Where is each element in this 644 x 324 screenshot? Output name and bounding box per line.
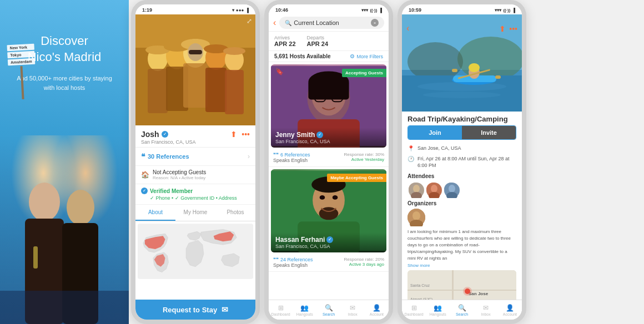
svg-rect-17: [225, 70, 244, 114]
join-btn[interactable]: Join: [408, 126, 462, 139]
verified-title: ✓ Verified Member: [141, 188, 250, 194]
nav-inbox-s3[interactable]: ✉ Inbox: [341, 304, 365, 316]
hassan-location: San Francisco, CA, USA: [275, 244, 382, 249]
join-invite-bar: Join Invite: [407, 125, 516, 140]
attendee-avatar-3: [443, 181, 459, 197]
status-time-3: 10:46: [275, 7, 288, 13]
search-input-container[interactable]: 🔍 Current Location ×: [279, 17, 384, 29]
svg-rect-56: [495, 75, 501, 79]
nav-hangouts-s3[interactable]: 👥 Hangouts: [293, 304, 316, 316]
nav-account-s4[interactable]: 👤 Account: [498, 304, 522, 316]
hero-image: ⤢: [135, 14, 255, 125]
house-icon: 🏠: [141, 171, 149, 179]
arrives-date: APR 22: [274, 40, 296, 47]
battery-icon: ▐: [245, 8, 249, 13]
nav-account-s3[interactable]: 👤 Account: [365, 304, 389, 316]
envelope-icon: ✉: [222, 305, 228, 314]
date-row: Arrives APR 22 Departs APR 24: [269, 32, 389, 51]
nav-dashboard-s4[interactable]: ⊞ Dashboard: [402, 304, 426, 316]
nav-label-account: Account: [370, 312, 384, 316]
jenny-lang: Speaks English: [273, 158, 310, 163]
nav-label-hangouts: Hangouts: [296, 312, 313, 316]
nav-dashboard-s3[interactable]: ⊞ Dashboard: [269, 304, 293, 316]
jenny-verified: ✓: [316, 131, 323, 138]
world-map: [138, 224, 253, 279]
not-accepting-row: 🏠 Not Accepting Guests Reason: N/A • Act…: [135, 166, 255, 184]
arrives-col[interactable]: Arrives APR 22: [274, 35, 296, 47]
quote-hassan: ❝❝: [273, 257, 279, 262]
hassan-info: Hassan Ferhani ✓ San Francisco, CA, USA: [271, 232, 386, 252]
svg-point-0: [29, 183, 60, 221]
not-accepting-sub: Reason: N/A • Active today: [153, 175, 206, 180]
svg-point-59: [413, 185, 420, 193]
nav-search-s4[interactable]: 🔍 Search: [450, 304, 474, 316]
tab-myhome[interactable]: My Home: [175, 205, 215, 221]
show-more-btn[interactable]: Show more: [402, 263, 522, 270]
bottom-nav-s4: ⊞ Dashboard 👥 Hangouts 🔍 Search ✉ Inbox …: [402, 300, 522, 320]
hassan-meta: ❝❝ 24 References Speaks English Response…: [269, 255, 389, 272]
share-icon[interactable]: ⬆: [230, 130, 237, 139]
svg-point-77: [463, 287, 472, 296]
sign-pole: [21, 66, 24, 99]
screen2-content: 1:19 ▾ ●●● ▐: [135, 4, 255, 320]
screen2-frame: 1:19 ▾ ●●● ▐: [131, 0, 260, 324]
more-filters-btn[interactable]: ⚙ More Filters: [350, 53, 383, 59]
svg-point-68: [412, 211, 420, 220]
back-button-s3[interactable]: ‹: [273, 18, 276, 28]
svg-point-50: [423, 92, 501, 98]
back-btn-s4[interactable]: ‹: [406, 23, 409, 33]
svg-point-57: [469, 63, 480, 72]
sign-newyork: New York: [7, 44, 34, 52]
screen3-frame: 10:46 ▾▾▾ ((·)) ▐ ‹ 🔍 Current Location ×…: [264, 0, 393, 324]
nav-search-s3[interactable]: 🔍 Search: [316, 304, 340, 316]
departs-col[interactable]: Departs APR 24: [307, 35, 329, 47]
organizers-label: Organizers: [402, 198, 522, 207]
more-icon-s4[interactable]: •••: [509, 24, 517, 33]
tab-photos[interactable]: Photos: [215, 205, 255, 221]
tab-about[interactable]: About: [135, 205, 175, 221]
signal-s3: ▾▾▾: [361, 8, 368, 13]
jenny-response: Response rate: 30%: [344, 152, 385, 157]
svg-point-46: [457, 37, 522, 81]
crowd-svg: ⤢: [135, 14, 255, 125]
attendee-avatar-2: [425, 181, 441, 197]
organizer-avatar: [407, 209, 425, 226]
account-icon: 👤: [373, 304, 381, 312]
signal-icon: ●●●: [236, 8, 244, 13]
inbox-icon: ✉: [350, 304, 355, 312]
status-bar-4: 10:59 ▾▾▾ ((·)) ▐: [402, 4, 522, 14]
verified-checks: ✓ Phone • ✓ Government ID • Address: [141, 195, 250, 201]
quote-jenny: ❝❝: [273, 152, 279, 158]
more-icon[interactable]: •••: [242, 130, 250, 139]
verified-icon: ✓: [141, 188, 148, 194]
svg-point-47: [407, 42, 463, 81]
request-stay-btn[interactable]: Request to Stay ✉: [135, 300, 255, 320]
nav-hangouts-s4[interactable]: 👥 Hangouts: [426, 304, 450, 316]
departs-label: Departs: [307, 35, 329, 40]
screen3-content: 10:46 ▾▾▾ ((·)) ▐ ‹ 🔍 Current Location ×…: [269, 4, 389, 320]
svg-point-65: [449, 185, 455, 193]
chevron-right-icon: ›: [248, 153, 250, 160]
jenny-refs: ❝❝ 6 References: [273, 152, 310, 158]
event-description: I am looking for minimum 1 and maximum t…: [402, 227, 522, 263]
svg-point-2: [67, 190, 94, 225]
datetime-row: 🕐 Fri, Apr 26 at 8:00 AM until Sun, Apr …: [402, 154, 522, 171]
invite-btn[interactable]: Invite: [462, 126, 516, 139]
nav-inbox-s4[interactable]: ✉ Inbox: [474, 304, 498, 316]
search-icon-nav: 🔍: [325, 304, 333, 312]
dashboard-icon-s4: ⊞: [411, 304, 417, 312]
host-card-hassan[interactable]: Maybe Accepting Guests Hassan Ferhani ✓ …: [271, 169, 386, 252]
share-icon-s4[interactable]: ⬆: [499, 24, 506, 33]
references-section[interactable]: ❝ 30 References ›: [135, 148, 255, 166]
attendees-label: Attendees: [402, 171, 522, 180]
search-clear-btn[interactable]: ×: [371, 19, 379, 27]
bookmark-jenny[interactable]: 🔖: [275, 68, 284, 75]
svg-rect-72: [407, 290, 516, 291]
hassan-lang: Speaks English: [273, 262, 313, 268]
hassan-active: Active 3 days ago: [344, 262, 385, 267]
svg-point-62: [431, 185, 437, 193]
attendees-avatars: [402, 180, 522, 198]
nav-lbl-account-s4: Account: [503, 312, 517, 316]
nav-lbl-search-s4: Search: [456, 312, 468, 316]
host-card-jenny[interactable]: Accepting Guests 🔖 Jenny Smith ✓ San Fra…: [271, 64, 386, 148]
